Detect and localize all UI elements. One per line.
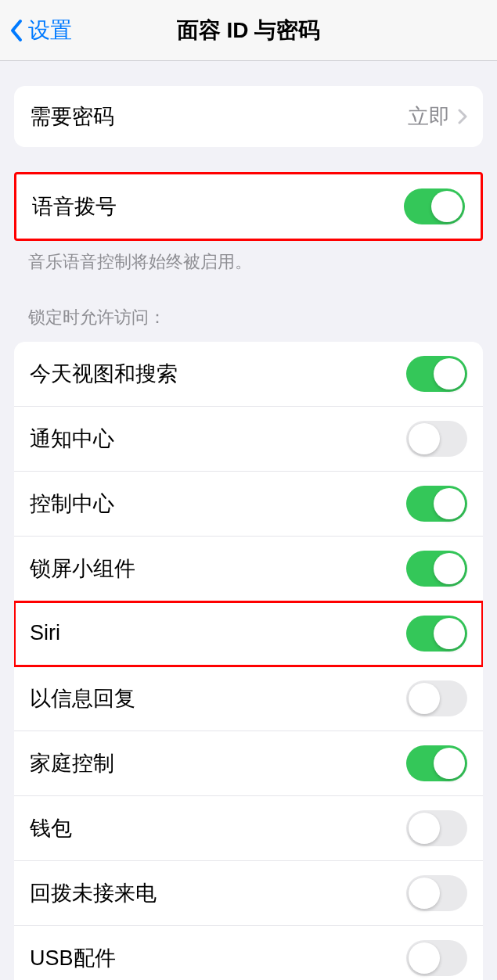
- toggle-knob: [434, 488, 465, 519]
- lock-access-toggle[interactable]: [406, 551, 467, 587]
- lock-access-row: 通知中心: [14, 407, 483, 472]
- voice-dial-toggle[interactable]: [404, 188, 465, 224]
- lock-access-label: 回拨未接来电: [30, 879, 157, 907]
- nav-header: 设置 面容 ID 与密码: [0, 0, 497, 61]
- lock-access-group: 今天视图和搜索通知中心控制中心锁屏小组件Siri以信息回复家庭控制钱包回拨未接来…: [14, 342, 483, 980]
- lock-access-row: 以信息回复: [14, 666, 483, 731]
- content: 需要密码 立即 语音拨号 音乐语音控制将始终被启用。 锁定时允许访问： 今天视图…: [0, 86, 497, 980]
- lock-access-toggle[interactable]: [406, 356, 467, 392]
- lock-access-toggle[interactable]: [406, 940, 467, 976]
- toggle-knob: [409, 423, 440, 454]
- lock-access-toggle[interactable]: [406, 421, 467, 457]
- back-label: 设置: [28, 16, 72, 45]
- lock-access-label: 家庭控制: [30, 749, 114, 777]
- toggle-knob: [434, 618, 465, 649]
- require-passcode-value-text: 立即: [408, 102, 450, 131]
- chevron-right-icon: [458, 109, 467, 124]
- voice-dial-label: 语音拨号: [32, 192, 117, 221]
- lock-access-toggle[interactable]: [406, 680, 467, 716]
- lock-access-label: Siri: [30, 621, 60, 645]
- lock-access-toggle[interactable]: [406, 486, 467, 522]
- voice-dial-footer: 音乐语音控制将始终被启用。: [0, 241, 497, 275]
- voice-dial-group: 语音拨号: [14, 172, 483, 241]
- back-button[interactable]: 设置: [0, 16, 72, 45]
- toggle-knob: [409, 942, 440, 974]
- page-title: 面容 ID 与密码: [177, 16, 321, 45]
- lock-access-header: 锁定时允许访问：: [0, 275, 497, 336]
- toggle-knob: [409, 683, 440, 714]
- require-passcode-row[interactable]: 需要密码 立即: [14, 86, 483, 147]
- toggle-knob: [434, 748, 465, 779]
- lock-access-label: 钱包: [30, 814, 72, 842]
- voice-dial-row: 语音拨号: [16, 174, 481, 239]
- lock-access-row: 钱包: [14, 796, 483, 861]
- lock-access-row: 锁屏小组件: [14, 537, 483, 601]
- lock-access-row: USB配件: [14, 926, 483, 980]
- toggle-knob: [431, 191, 463, 222]
- lock-access-toggle[interactable]: [406, 745, 467, 781]
- lock-access-label: 今天视图和搜索: [30, 360, 178, 388]
- toggle-knob: [409, 878, 440, 909]
- toggle-knob: [409, 813, 440, 844]
- lock-access-row: 控制中心: [14, 472, 483, 537]
- toggle-knob: [434, 553, 465, 584]
- lock-access-toggle[interactable]: [406, 810, 467, 846]
- chevron-left-icon: [9, 19, 23, 42]
- lock-access-label: USB配件: [30, 944, 116, 972]
- lock-access-row: Siri: [14, 601, 483, 666]
- lock-access-row: 今天视图和搜索: [14, 342, 483, 407]
- require-passcode-label: 需要密码: [30, 102, 114, 131]
- passcode-group: 需要密码 立即: [14, 86, 483, 147]
- lock-access-row: 回拨未接来电: [14, 861, 483, 926]
- lock-access-toggle[interactable]: [406, 616, 467, 652]
- lock-access-label: 通知中心: [30, 425, 114, 453]
- require-passcode-value: 立即: [408, 102, 467, 131]
- lock-access-label: 锁屏小组件: [30, 555, 135, 583]
- toggle-knob: [434, 358, 465, 389]
- lock-access-row: 家庭控制: [14, 731, 483, 796]
- lock-access-label: 控制中心: [30, 490, 114, 518]
- lock-access-toggle[interactable]: [406, 875, 467, 911]
- lock-access-label: 以信息回复: [30, 684, 135, 713]
